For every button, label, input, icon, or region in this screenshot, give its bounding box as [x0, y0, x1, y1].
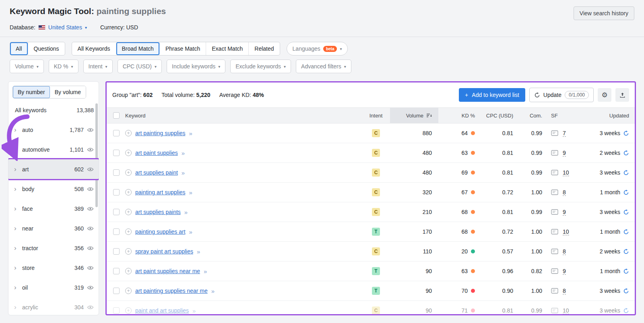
chevron-right-icon[interactable]: ›: [14, 146, 19, 153]
keyword-drilldown-icon[interactable]: »: [189, 130, 192, 137]
sidebar-group-row[interactable]: › store 346: [8, 258, 99, 278]
refresh-icon[interactable]: [623, 249, 629, 255]
add-keyword-icon[interactable]: +: [125, 228, 132, 235]
select-all-checkbox[interactable]: [113, 112, 120, 119]
column-com[interactable]: Com.: [515, 108, 543, 123]
add-keyword-icon[interactable]: +: [125, 169, 132, 176]
filter-dropdown[interactable]: Exclude keywords ▾: [230, 60, 291, 73]
refresh-icon[interactable]: [623, 308, 629, 314]
chevron-right-icon[interactable]: ›: [14, 304, 19, 311]
keyword-link[interactable]: painting supplies art: [135, 228, 186, 235]
match-type-tab[interactable]: Broad Match: [116, 42, 159, 55]
update-button[interactable]: Update 0/1,000: [529, 88, 594, 102]
sf-count-link[interactable]: 9: [563, 150, 566, 156]
by-volume-button[interactable]: By volume: [50, 86, 86, 98]
serp-features-icon[interactable]: [551, 150, 558, 156]
eye-icon[interactable]: [87, 246, 94, 251]
keyword-link[interactable]: art supplies paints: [135, 209, 181, 215]
filter-dropdown[interactable]: CPC (USD) ▾: [118, 60, 162, 73]
chevron-right-icon[interactable]: ›: [14, 166, 19, 173]
keyword-link[interactable]: paint and art supplies: [135, 307, 189, 314]
keyword-drilldown-icon[interactable]: »: [184, 209, 187, 216]
keyword-drilldown-icon[interactable]: »: [211, 288, 214, 294]
column-updated[interactable]: Updated: [578, 108, 635, 123]
match-type-tab[interactable]: Exact Match: [206, 42, 248, 55]
keyword-drilldown-icon[interactable]: »: [192, 307, 195, 314]
chevron-right-icon[interactable]: ›: [14, 284, 19, 291]
keyword-link[interactable]: art painting supplies: [135, 130, 186, 136]
serp-features-icon[interactable]: [551, 130, 558, 136]
sf-count-link[interactable]: 10: [563, 307, 569, 314]
refresh-icon[interactable]: [623, 268, 629, 274]
sidebar-group-row[interactable]: › acrylic 304: [8, 297, 99, 315]
row-checkbox[interactable]: [113, 169, 120, 176]
filter-dropdown[interactable]: Advanced filters ▾: [296, 60, 351, 73]
eye-icon[interactable]: [87, 265, 94, 270]
match-type-tab[interactable]: Phrase Match: [159, 42, 206, 55]
eye-icon[interactable]: [87, 147, 94, 152]
add-keyword-icon[interactable]: +: [125, 209, 132, 215]
keyword-drilldown-icon[interactable]: »: [182, 150, 184, 156]
by-number-button[interactable]: By number: [13, 86, 50, 98]
sidebar-scrollbar[interactable]: [95, 103, 98, 207]
sidebar-group-row[interactable]: › auto 1,787: [8, 120, 99, 140]
chevron-down-icon[interactable]: ▾: [85, 25, 87, 30]
keyword-link[interactable]: art paint supplies near me: [135, 268, 200, 274]
sf-count-link[interactable]: 10: [563, 228, 569, 235]
sf-count-link[interactable]: 7: [563, 130, 566, 137]
match-type-tab[interactable]: Related: [248, 42, 279, 55]
languages-dropdown[interactable]: Languages beta ▾: [287, 42, 348, 56]
sidebar-group-row[interactable]: › near 360: [8, 218, 99, 238]
database-select[interactable]: United States: [48, 24, 82, 31]
sidebar-group-row[interactable]: › tractor 356: [8, 238, 99, 258]
scope-tab[interactable]: Questions: [28, 42, 65, 55]
sidebar-group-row[interactable]: › face 389: [8, 199, 99, 218]
sf-count-link[interactable]: 8: [563, 189, 566, 196]
eye-icon[interactable]: [87, 305, 94, 310]
chevron-right-icon[interactable]: ›: [14, 205, 19, 212]
sidebar-group-row[interactable]: › body 508: [8, 179, 99, 199]
chevron-right-icon[interactable]: ›: [14, 245, 19, 251]
row-checkbox[interactable]: [113, 268, 120, 274]
row-checkbox[interactable]: [113, 209, 120, 215]
filter-dropdown[interactable]: Include keywords ▾: [167, 60, 225, 73]
refresh-icon[interactable]: [623, 170, 629, 176]
row-checkbox[interactable]: [113, 189, 120, 195]
keyword-link[interactable]: art supplies paint: [135, 169, 178, 176]
sf-count-link[interactable]: 10: [563, 169, 569, 176]
column-intent[interactable]: Intent: [369, 113, 383, 119]
row-checkbox[interactable]: [113, 288, 120, 294]
keyword-drilldown-icon[interactable]: »: [189, 189, 192, 196]
serp-features-icon[interactable]: [551, 209, 558, 215]
serp-features-icon[interactable]: [551, 268, 558, 274]
serp-features-icon[interactable]: [551, 308, 558, 313]
chevron-right-icon[interactable]: ›: [14, 264, 19, 271]
column-kd[interactable]: KD %: [438, 108, 477, 123]
keyword-link[interactable]: art paint supplies: [135, 150, 178, 156]
add-keyword-icon[interactable]: +: [125, 307, 132, 314]
add-keyword-icon[interactable]: +: [125, 189, 132, 195]
eye-icon[interactable]: [87, 128, 94, 132]
add-keyword-icon[interactable]: +: [125, 248, 132, 255]
row-checkbox[interactable]: [113, 307, 120, 314]
refresh-icon[interactable]: [623, 130, 629, 136]
sidebar-group-row[interactable]: › oil 319: [8, 278, 99, 297]
eye-icon[interactable]: [87, 187, 94, 191]
serp-features-icon[interactable]: [551, 189, 558, 195]
chevron-right-icon[interactable]: ›: [14, 185, 19, 192]
sidebar-group-row[interactable]: › art 602: [8, 159, 99, 179]
serp-features-icon[interactable]: [551, 249, 558, 254]
settings-button[interactable]: ⚙: [598, 88, 611, 102]
eye-icon[interactable]: [87, 206, 94, 211]
keyword-drilldown-icon[interactable]: »: [204, 268, 206, 275]
serp-features-icon[interactable]: [551, 229, 558, 235]
keyword-drilldown-icon[interactable]: »: [197, 248, 200, 255]
row-checkbox[interactable]: [113, 228, 120, 235]
chevron-right-icon[interactable]: ›: [14, 126, 19, 133]
sort-descending-icon[interactable]: [426, 113, 432, 118]
column-sf[interactable]: SF: [543, 108, 578, 123]
add-keyword-icon[interactable]: +: [125, 130, 132, 136]
refresh-icon[interactable]: [623, 288, 629, 294]
keyword-link[interactable]: art painting supplies near me: [135, 288, 208, 294]
sidebar-group-row[interactable]: › automotive 1,101: [8, 140, 99, 159]
